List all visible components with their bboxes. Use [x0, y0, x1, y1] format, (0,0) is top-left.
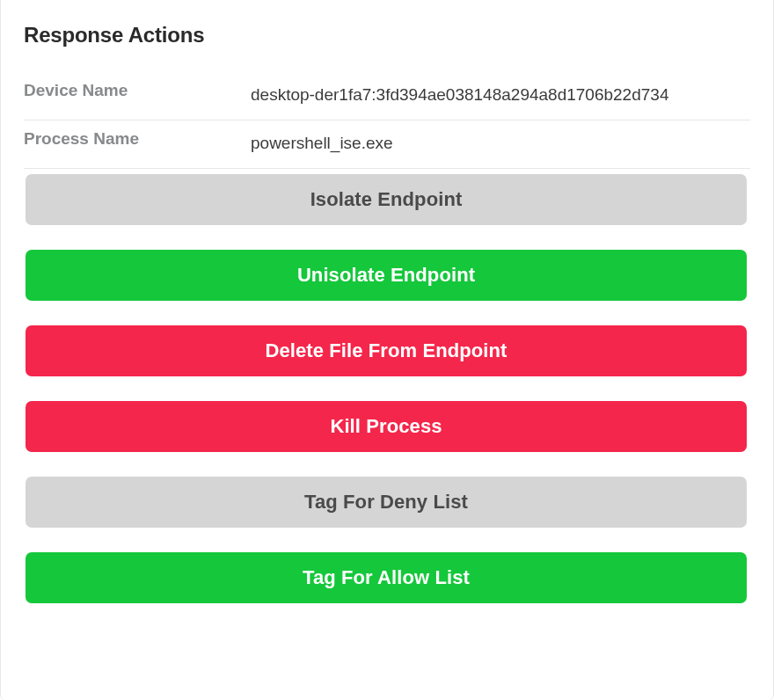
unisolate-endpoint-button[interactable]: Unisolate Endpoint	[26, 250, 747, 301]
process-name-label: Process Name	[24, 128, 251, 149]
response-actions-panel: Response Actions Device Name desktop-der…	[1, 0, 773, 630]
delete-file-button[interactable]: Delete File From Endpoint	[26, 325, 747, 376]
action-buttons: Isolate Endpoint Unisolate Endpoint Dele…	[24, 169, 750, 603]
isolate-endpoint-button[interactable]: Isolate Endpoint	[26, 174, 747, 225]
tag-deny-list-button[interactable]: Tag For Deny List	[26, 477, 747, 528]
device-name-value: desktop-der1fa7:3fd394ae038148a294a8d170…	[251, 79, 750, 111]
kill-process-button[interactable]: Kill Process	[26, 401, 747, 452]
panel-title: Response Actions	[24, 23, 750, 47]
device-name-label: Device Name	[24, 79, 251, 100]
process-name-value: powershell_ise.exe	[251, 128, 750, 159]
process-name-row: Process Name powershell_ise.exe	[24, 120, 750, 169]
device-name-row: Device Name desktop-der1fa7:3fd394ae0381…	[24, 72, 750, 120]
tag-allow-list-button[interactable]: Tag For Allow List	[26, 552, 747, 603]
